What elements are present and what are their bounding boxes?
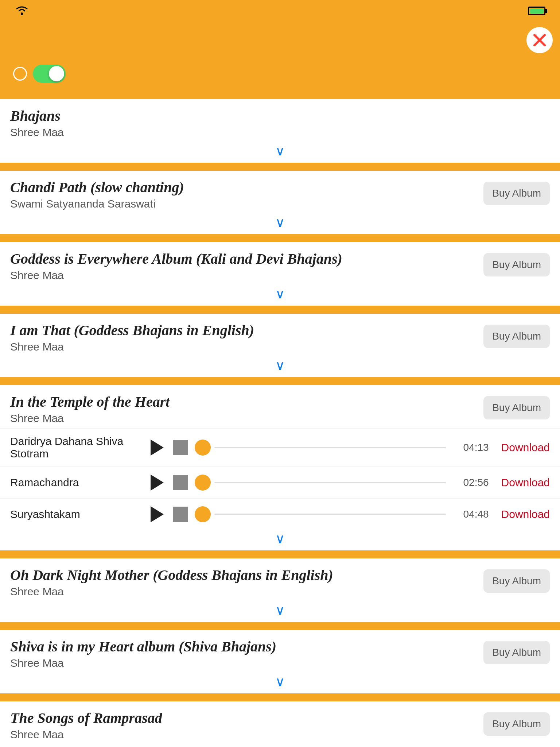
play-bg-toggle[interactable] [33,65,66,83]
status-right [524,7,549,15]
album-artist-i-am-that: Shree Maa [10,341,476,353]
album-info-chandi-path: Chandi Path (slow chanting)Swami Satyana… [10,179,476,210]
chevron-area-chandi-path[interactable]: ∨ [0,214,560,234]
chevron-area-oh-dark-night[interactable]: ∨ [0,601,560,622]
buy-album-button-oh-dark-night[interactable]: Buy Album [483,569,550,593]
track-row-temple-heart-1: Ramachandra02:56Download [0,467,560,498]
album-title-chandi-path: Chandi Path (slow chanting) [10,179,476,196]
progress-container [195,506,446,522]
progress-track [214,514,446,515]
album-section-temple-heart: In the Temple of the HeartShree MaaBuy A… [0,385,560,550]
close-button[interactable] [526,27,553,53]
play-triangle-icon [151,440,164,456]
album-title-oh-dark-night: Oh Dark Night Mother (Goddess Bhajans in… [10,566,476,584]
info-icon[interactable] [13,67,27,81]
buy-album-button-chandi-path[interactable]: Buy Album [483,182,550,205]
wifi-icon [15,4,28,18]
orange-separator [0,234,560,242]
chevron-down-icon: ∨ [275,359,285,372]
orange-separator [0,91,560,99]
album-header-shiva-heart: Shiva is in my Heart album (Shiva Bhajan… [0,630,560,673]
progress-container [195,440,446,456]
track-duration: 02:56 [452,477,489,488]
album-header-bhajans: BhajansShree Maa [0,99,560,142]
album-section-i-am-that: I am That (Goddess Bhajans in English)Sh… [0,314,560,377]
album-title-temple-heart: In the Temple of the Heart [10,393,476,411]
track-name: Suryashtakam [10,508,141,520]
album-info-temple-heart: In the Temple of the HeartShree Maa [10,393,476,425]
stop-button-temple-heart-1[interactable] [173,475,188,490]
buy-album-button-goddess-everywhere[interactable]: Buy Album [483,253,550,276]
album-title-ramprasad: The Songs of Ramprasad [10,709,476,727]
progress-track [214,482,446,483]
album-title-goddess-everywhere: Goddess is Everywhere Album (Kali and De… [10,250,476,268]
orange-separator [0,693,560,701]
buy-album-button-ramprasad[interactable]: Buy Album [483,712,550,736]
download-button-temple-heart-0[interactable]: Download [495,441,550,454]
album-info-shiva-heart: Shiva is in my Heart album (Shiva Bhajan… [10,638,476,669]
album-artist-oh-dark-night: Shree Maa [10,585,476,598]
chevron-down-icon: ∨ [275,604,285,617]
progress-knob[interactable] [195,440,211,456]
download-button-temple-heart-2[interactable]: Download [495,508,550,520]
album-info-goddess-everywhere: Goddess is Everywhere Album (Kali and De… [10,250,476,282]
album-header-goddess-everywhere: Goddess is Everywhere Album (Kali and De… [0,242,560,285]
status-left [11,4,28,18]
album-header-i-am-that: I am That (Goddess Bhajans in English)Sh… [0,314,560,357]
play-button-temple-heart-2[interactable] [148,505,166,523]
download-button-temple-heart-1[interactable]: Download [495,476,550,489]
track-duration: 04:13 [452,442,489,453]
status-bar [0,0,560,22]
progress-knob[interactable] [195,475,211,491]
album-info-oh-dark-night: Oh Dark Night Mother (Goddess Bhajans in… [10,566,476,598]
album-info-bhajans: BhajansShree Maa [10,107,550,139]
chevron-area-bhajans[interactable]: ∨ [0,142,560,163]
chevron-area-goddess-everywhere[interactable]: ∨ [0,285,560,306]
orange-separator [0,377,560,385]
track-row-temple-heart-0: Daridrya Dahana Shiva Stotram04:13Downlo… [0,428,560,467]
app-header [0,22,560,58]
chevron-down-icon: ∨ [275,216,285,229]
toggle-knob [49,66,64,81]
play-triangle-icon [151,475,164,491]
chevron-down-icon: ∨ [275,287,285,301]
track-duration: 04:48 [452,508,489,520]
album-info-ramprasad: The Songs of RamprasadShree Maa [10,709,476,741]
play-button-temple-heart-0[interactable] [148,438,166,457]
chevron-area-ramprasad[interactable]: ∨ [0,744,560,747]
buy-album-button-shiva-heart[interactable]: Buy Album [483,641,550,664]
album-artist-ramprasad: Shree Maa [10,728,476,741]
progress-track [214,447,446,448]
chevron-down-icon: ∨ [275,532,285,545]
chevron-area-shiva-heart[interactable]: ∨ [0,673,560,693]
album-artist-temple-heart: Shree Maa [10,412,476,425]
battery-icon [528,7,545,15]
progress-container [195,475,446,491]
stop-button-temple-heart-0[interactable] [173,440,188,455]
album-artist-chandi-path: Swami Satyananda Saraswati [10,198,476,210]
progress-knob[interactable] [195,506,211,522]
album-info-i-am-that: I am That (Goddess Bhajans in English)Sh… [10,322,476,353]
svg-point-0 [21,13,23,15]
chevron-down-icon: ∨ [275,675,285,688]
play-button-temple-heart-1[interactable] [148,473,166,492]
album-section-bhajans: BhajansShree Maa∨ [0,99,560,163]
track-name: Daridrya Dahana Shiva Stotram [10,435,141,460]
album-title-shiva-heart: Shiva is in my Heart album (Shiva Bhajan… [10,638,476,655]
orange-separator [0,306,560,314]
play-triangle-icon [151,506,164,522]
album-header-chandi-path: Chandi Path (slow chanting)Swami Satyana… [0,171,560,214]
buy-album-button-i-am-that[interactable]: Buy Album [483,325,550,348]
album-artist-bhajans: Shree Maa [10,126,550,139]
stop-button-temple-heart-2[interactable] [173,507,188,522]
track-row-temple-heart-2: Suryashtakam04:48Download [0,498,560,530]
album-artist-shiva-heart: Shree Maa [10,657,476,669]
orange-separator [0,163,560,171]
chevron-area-temple-heart[interactable]: ∨ [0,530,560,550]
album-header-ramprasad: The Songs of RamprasadShree MaaBuy Album [0,701,560,744]
chevron-area-i-am-that[interactable]: ∨ [0,357,560,377]
buy-album-button-temple-heart[interactable]: Buy Album [483,396,550,419]
album-section-chandi-path: Chandi Path (slow chanting)Swami Satyana… [0,171,560,234]
orange-separator [0,622,560,630]
album-section-shiva-heart: Shiva is in my Heart album (Shiva Bhajan… [0,630,560,693]
